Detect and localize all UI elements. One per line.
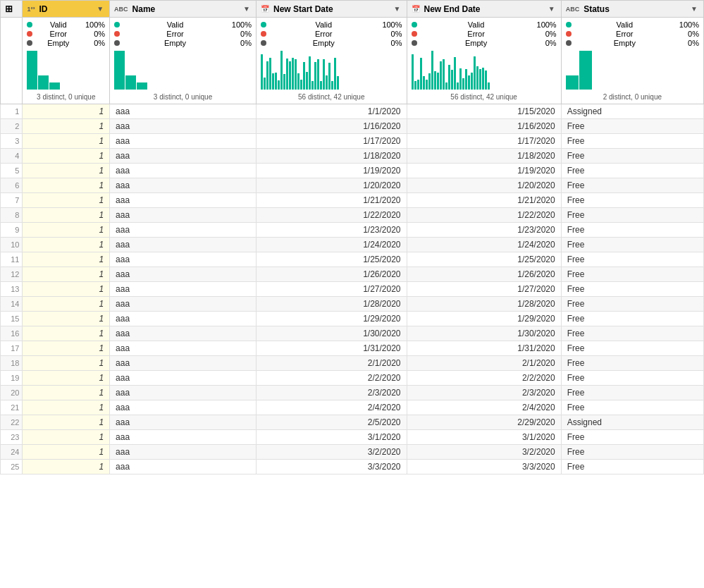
start-bars-bar-24 (328, 63, 331, 90)
col-end-dropdown[interactable]: ▼ (547, 5, 557, 13)
data-table: ⊞ 1²³ ID ▼ ABC (0, 0, 704, 474)
name-empty-dot (114, 40, 120, 46)
col-start-dropdown[interactable]: ▼ (393, 5, 402, 13)
end-bars-bar-22 (474, 56, 476, 90)
col-status-dropdown[interactable]: ▼ (689, 5, 699, 13)
status-valid-pct: 100% (678, 20, 699, 29)
row-end-cell: 3/1/2020 (407, 430, 561, 445)
table-row: 111aaa1/25/20201/25/2020Free (1, 252, 704, 267)
start-bars-bar-21 (320, 81, 322, 90)
row-name-cell: aaa (110, 193, 257, 208)
id-error-label: Error (35, 30, 81, 38)
end-valid-pct: 100% (536, 20, 557, 29)
row-id-cell: 1 (23, 134, 110, 149)
start-bars-bar-2 (266, 61, 268, 90)
row-number-cell: 18 (1, 356, 23, 371)
summary-status-cell: Valid 100% Error 0% Empty 0% (561, 18, 703, 104)
id-valid-label: Valid (35, 20, 81, 29)
start-bars-bar-20 (317, 59, 319, 90)
start-empty-label: Empty (269, 39, 378, 47)
row-status-cell: Free (561, 208, 703, 223)
row-name-cell: aaa (110, 386, 257, 400)
row-end-cell: 3/3/2020 (407, 460, 561, 474)
row-end-cell: 1/29/2020 (407, 312, 561, 326)
row-name-cell: aaa (110, 297, 257, 312)
id-valid-pct: 100% (84, 20, 105, 29)
row-name-cell: aaa (110, 238, 257, 252)
row-end-cell: 1/15/2020 (407, 104, 561, 119)
end-bars-bar-16 (457, 82, 459, 90)
row-number-cell: 7 (1, 193, 23, 208)
row-number-cell: 19 (1, 371, 23, 386)
row-id-cell: 1 (23, 104, 110, 119)
row-start-cell: 1/31/2020 (256, 341, 407, 356)
row-end-cell: 3/2/2020 (407, 445, 561, 460)
row-status-cell: Free (561, 178, 703, 193)
end-empty-dot (412, 40, 417, 46)
row-id-cell: 1 (23, 119, 110, 134)
row-name-cell: aaa (110, 282, 257, 297)
row-name-cell: aaa (110, 312, 257, 326)
summary-start-cell: Valid 100% Error 0% Empty 0% (256, 18, 407, 104)
row-status-cell: Free (561, 297, 703, 312)
row-start-cell: 3/1/2020 (256, 430, 407, 445)
row-number-cell: 2 (1, 119, 23, 134)
end-bars-bar-8 (434, 71, 436, 90)
end-bars-bar-5 (426, 80, 428, 90)
row-status-cell: Free (561, 445, 703, 460)
row-start-cell: 1/30/2020 (256, 326, 407, 341)
end-bars-bar-18 (462, 78, 464, 90)
id-empty-dot (27, 40, 32, 46)
row-start-cell: 1/18/2020 (256, 149, 407, 164)
row-status-cell: Free (561, 430, 703, 445)
id-bar-chart (27, 51, 105, 90)
col-name-label: Name (132, 4, 156, 14)
col-id-dropdown[interactable]: ▼ (95, 5, 105, 13)
end-error-pct: 0% (536, 30, 557, 38)
row-name-cell: aaa (110, 178, 257, 193)
end-bars-bar-9 (437, 73, 439, 90)
row-name-cell: aaa (110, 164, 257, 178)
row-name-cell: aaa (110, 356, 257, 371)
row-end-cell: 1/28/2020 (407, 297, 561, 312)
start-bars-bar-14 (300, 80, 302, 90)
row-id-cell: 1 (23, 460, 110, 474)
status-distinct-label: 2 distinct, 0 unique (566, 93, 699, 101)
col-status-label: Status (583, 4, 610, 14)
col-name-dropdown[interactable]: ▼ (242, 5, 252, 13)
row-name-cell: aaa (110, 104, 257, 119)
start-bars-bar-13 (297, 73, 299, 90)
row-number-cell: 5 (1, 164, 23, 178)
status-bar-2 (579, 51, 592, 90)
end-bars-bar-6 (428, 73, 431, 90)
row-end-cell: 2/29/2020 (407, 415, 561, 430)
status-error-pct: 0% (678, 30, 699, 38)
end-empty-stat: Empty 0% (412, 39, 557, 47)
name-bar-chart (114, 51, 252, 90)
start-bars-bar-19 (314, 62, 316, 90)
row-number-cell: 11 (1, 252, 23, 267)
table-icon: ⊞ (5, 4, 13, 14)
row-status-cell: Free (561, 119, 703, 134)
row-number-cell: 16 (1, 326, 23, 341)
start-empty-dot (261, 40, 266, 46)
end-bars-bar-4 (423, 76, 425, 90)
status-error-stat: Error 0% (566, 30, 699, 38)
summary-row: Valid 100% Error 0% Empty 0% (1, 18, 704, 104)
row-id-cell: 1 (23, 415, 110, 430)
row-number-cell: 15 (1, 312, 23, 326)
row-status-cell: Free (561, 460, 703, 474)
row-status-cell: Free (561, 400, 703, 415)
row-name-cell: aaa (110, 252, 257, 267)
row-name-cell: aaa (110, 134, 257, 149)
row-name-cell: aaa (110, 267, 257, 282)
start-empty-pct: 0% (381, 39, 402, 47)
start-bars-bar-15 (303, 62, 305, 90)
start-error-dot (261, 31, 266, 37)
data-table-container: ⊞ 1²³ ID ▼ ABC (0, 0, 704, 474)
row-status-cell: Free (561, 267, 703, 282)
end-error-label: Error (420, 30, 533, 38)
table-row: 81aaa1/22/20201/22/2020Free (1, 208, 704, 223)
end-error-stat: Error 0% (412, 30, 557, 38)
row-name-cell: aaa (110, 208, 257, 223)
